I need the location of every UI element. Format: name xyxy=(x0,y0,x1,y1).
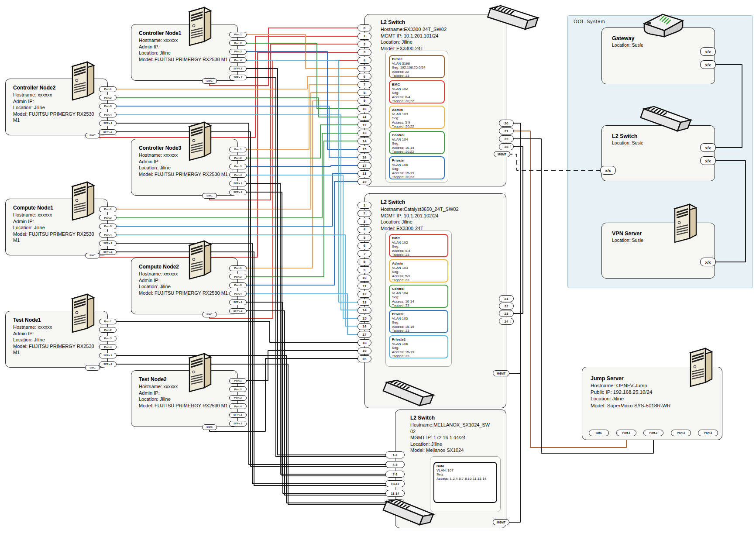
port-port2: Port.2 xyxy=(99,95,117,100)
port-11: 11 xyxy=(357,114,371,120)
port-sfp+1: SFP+.1 xyxy=(229,181,247,186)
ool-l2-switch-port: x/x xyxy=(600,166,616,175)
controller-node2-fields: Hostname: xxxxxxAdmin IP:Location: Jilin… xyxy=(13,92,98,124)
port-3: 3 xyxy=(357,49,371,56)
port-2: 2 xyxy=(357,210,371,217)
port-port2: Port.2 xyxy=(229,40,247,46)
test-node2: Test Node2Hostname: xxxxxxAdmin IP:Locat… xyxy=(139,376,228,409)
jump-server-port2-port: Port.2 xyxy=(643,430,663,436)
port-24: 24 xyxy=(499,318,514,325)
port-1: 1 xyxy=(357,33,371,40)
ool-l2-switch-port: x/x xyxy=(700,143,716,152)
l2-switch-top-title: L2 Switch xyxy=(381,19,501,25)
controller-node3-fields: Hostname: xxxxxxAdmin IP:Location: Jilin… xyxy=(139,152,228,177)
compute-node2-fields: Hostname: xxxxxxAdmin IP:Location: Jilin… xyxy=(139,271,228,296)
l2-switch-middle: L2 SwitchHostname:Catalyst3650_24T_SW02M… xyxy=(381,199,501,231)
cable xyxy=(716,161,746,262)
compute-node2-title: Compute Node2 xyxy=(139,264,228,270)
l2-switch-middle-fields: Hostname:Catalyst3650_24T_SW02MGMT IP: 1… xyxy=(381,206,501,231)
port-sfp+2: SFP+.2 xyxy=(229,308,247,314)
port-1: 1 xyxy=(357,202,371,209)
ool-gateway: GatewayLocation: Susie xyxy=(612,35,704,48)
controller-node1-title: Controller Node1 xyxy=(139,30,228,36)
port-port4: Port.4 xyxy=(229,172,247,178)
port-10: 10 xyxy=(357,105,371,112)
port-port4: Port.4 xyxy=(99,232,117,238)
port-23: 23 xyxy=(499,310,514,317)
port-sfp+2: SFP+.2 xyxy=(99,361,117,367)
l2-switch-middle-title: L2 Switch xyxy=(381,199,501,205)
port-sfp+2: SFP+.2 xyxy=(229,75,247,80)
port-12: 1-2 xyxy=(385,451,405,458)
port-13: 13 xyxy=(357,130,371,137)
test-node1-title: Test Node1 xyxy=(13,317,98,323)
controller-node3-title: Controller Node3 xyxy=(139,145,228,151)
ool-gateway-port: x/x xyxy=(700,47,716,56)
port-0: 0 xyxy=(357,24,371,31)
vlan-box-control: ControlVLAN 104Seg:Access: 10-14Tagged: … xyxy=(389,131,445,154)
port-20: 20 xyxy=(357,355,371,362)
vlan-box-data: DataVLAN: 107Seg:Access: 1-2,4-5,7-8,10-… xyxy=(433,462,497,503)
vlan-box-private: PrivateVLAN 105Seg:Access: 15-19Tagged: … xyxy=(389,156,445,179)
l2-switch-top-mgmt-port: MGMT xyxy=(494,151,510,157)
port-3: 3 xyxy=(357,218,371,225)
vlan-box-admin: AdminVLAN 103Seg:Access: 5-9Tagged: 20,2… xyxy=(389,106,445,129)
port-13: 13 xyxy=(357,299,371,306)
port-15: 15 xyxy=(357,315,371,322)
port-sfp+1: SFP+.1 xyxy=(229,66,247,72)
compute-node1-title: Compute Node1 xyxy=(13,205,98,211)
port-sfp+2: SFP+.2 xyxy=(99,129,117,135)
test-node1: Test Node1Hostname: xxxxxxAdmin IP:Locat… xyxy=(13,317,98,356)
jump-server: Jump ServerHostname: OPNFV-JumpPublic IP… xyxy=(591,375,692,409)
port-20: 20 xyxy=(499,120,514,127)
jump-server-port1-port: Port.1 xyxy=(616,430,636,436)
compute-node1-bmc-port: BMC xyxy=(85,253,100,258)
test-node1-bmc-port: BMC xyxy=(85,365,100,371)
jump-server-title: Jump Server xyxy=(591,375,692,382)
port-port4: Port.4 xyxy=(229,403,247,409)
port-1617: 16-17 xyxy=(385,499,405,506)
port-23: 23 xyxy=(499,143,514,150)
ool-vpn-server: VPN ServerLocation: Susie xyxy=(612,231,704,244)
port-21: 21 xyxy=(499,127,514,134)
port-port3: Port.3 xyxy=(229,282,247,288)
port-12: 12 xyxy=(357,121,371,128)
port-port1: Port.1 xyxy=(229,265,247,271)
port-port2: Port.2 xyxy=(229,155,247,161)
port-sfp+1: SFP+.1 xyxy=(99,353,117,358)
controller-node1-fields: Hostname: xxxxxxAdmin IP:Location: Jilin… xyxy=(139,37,228,62)
vlan-box-control: ControlVLAN 104Seg:Access: 10-14Tagged: … xyxy=(389,285,448,308)
port-sfp+1: SFP+.1 xyxy=(99,120,117,126)
compute-node1-fields: Hostname: xxxxxxAdmin IP:Location: Jilin… xyxy=(13,212,98,244)
port-19: 19 xyxy=(357,348,371,355)
cable xyxy=(116,321,358,342)
ool-gateway-title: Gateway xyxy=(612,35,704,41)
ool-l2-switch-fields: Location: Susie xyxy=(612,140,704,146)
compute-node2-bmc-port: BMC xyxy=(202,312,217,317)
port-78: 7-8 xyxy=(385,471,405,478)
port-port1: Port.1 xyxy=(99,86,117,92)
port-sfp+1: SFP+.1 xyxy=(99,241,117,246)
port-14: 14 xyxy=(357,307,371,314)
vlan-box-private: PrivateVLAN 105Seg:Access: 15-19Tagged: … xyxy=(389,310,448,333)
ool-vpn-server-port: x/x xyxy=(700,258,716,266)
port-45: 4-5 xyxy=(385,461,405,468)
port-port1: Port.1 xyxy=(229,147,247,152)
port-4: 4 xyxy=(357,226,371,233)
l2-switch-middle-mgmt-port: MGMT xyxy=(493,370,509,376)
controller-node2-title: Controller Node2 xyxy=(13,85,98,91)
port-sfp+2: SFP+.2 xyxy=(99,249,117,255)
port-1314: 13-14 xyxy=(385,490,405,497)
ool-vpn-server-fields: Location: Susie xyxy=(612,238,704,244)
ool-l2-switch: L2 SwitchLocation: Susie xyxy=(612,133,704,146)
test-node2-title: Test Node2 xyxy=(139,376,228,382)
port-port2: Port.2 xyxy=(99,327,117,333)
vlan-box-bmc: BMCVLAN 102Seg:Access: 0-4Tagged: 20,22 xyxy=(389,80,445,103)
port-port2: Port.2 xyxy=(99,215,117,220)
l2-switch-bottom-mgmt-port: MGMT xyxy=(493,519,509,525)
port-9: 9 xyxy=(357,266,371,273)
port-port2: Port.2 xyxy=(229,386,247,392)
port-port3: Port.3 xyxy=(99,336,117,341)
port-8: 8 xyxy=(357,258,371,265)
port-22: 22 xyxy=(499,303,514,310)
